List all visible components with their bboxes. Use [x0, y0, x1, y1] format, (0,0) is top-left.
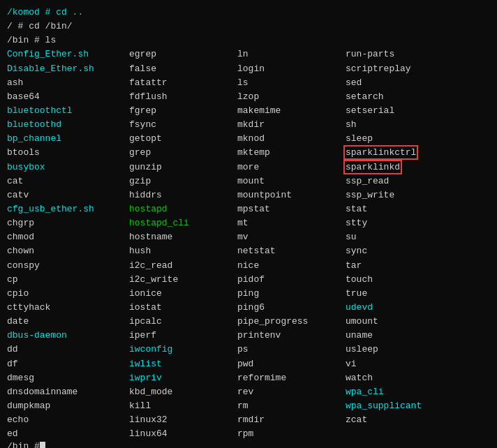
file-entry: busybox — [7, 160, 129, 174]
file-row: dfiwlistpwdvi — [7, 357, 490, 371]
file-row: Config_Ether.shegreplnrun-parts — [7, 47, 490, 61]
file-row: cpioionicepingtrue — [7, 287, 490, 301]
file-entry: printenv — [237, 329, 346, 343]
file-entry: sleep — [346, 132, 464, 146]
file-entry: netstat — [237, 244, 346, 258]
file-entry: mountpoint — [237, 188, 346, 202]
file-entry: mktemp — [237, 146, 346, 160]
file-entry: hostapd_cli — [129, 216, 237, 230]
file-entry: mkdir — [237, 118, 346, 132]
file-entry: touch — [346, 273, 464, 287]
file-entry: chmod — [7, 230, 129, 244]
file-entry: cp — [7, 273, 129, 287]
file-row: echolinux32rmdirzcat — [7, 413, 490, 427]
file-entry: echo — [7, 413, 129, 427]
file-entry: rpm — [237, 427, 346, 441]
file-row: cttyhackiostatping6udevd — [7, 301, 490, 315]
file-entry: grep — [129, 146, 237, 160]
prompt-line-2: / # cd /bin/ — [7, 20, 490, 33]
file-entry: tar — [346, 259, 464, 273]
file-entry: lzop — [237, 90, 346, 104]
file-row: dateipcalcpipe_progressumount — [7, 315, 490, 329]
file-row: Disable_Ether.shfalseloginscriptreplay — [7, 62, 490, 76]
file-entry: mv — [237, 230, 346, 244]
file-entry: Disable_Ether.sh — [7, 62, 129, 76]
file-entry: hostapd — [129, 202, 237, 216]
file-entry: rmdir — [237, 413, 346, 427]
file-entry: more — [237, 160, 346, 174]
file-entry: cat — [7, 174, 129, 188]
file-row: dnsdomainnamekbd_moderevwpa_cli — [7, 385, 490, 399]
file-entry: ipcalc — [129, 315, 237, 329]
terminal: /komod # cd .. / # cd /bin/ /bin # ls Co… — [7, 6, 490, 448]
file-entry: setarch — [346, 90, 464, 104]
file-row: bluetoothctlfgrepmakemimesetserial — [7, 104, 490, 118]
file-entry: mknod — [237, 132, 346, 146]
file-entry: hostname — [129, 230, 237, 244]
file-entry: ps — [237, 343, 346, 357]
file-entry: hiddrs — [129, 188, 237, 202]
file-entry: umount — [346, 315, 464, 329]
file-entry: mt — [237, 216, 346, 230]
file-entry: dumpkmap — [7, 399, 129, 413]
file-listing: Config_Ether.shegreplnrun-partsDisable_E… — [7, 47, 490, 441]
file-entry: pwd — [237, 357, 346, 371]
file-row: ashfatattrlssed — [7, 76, 490, 90]
file-entry: sed — [346, 76, 464, 90]
file-entry: login — [237, 62, 346, 76]
file-row: busyboxgunzipmoresparklinkd — [7, 160, 490, 174]
file-entry: pipe_progress — [237, 315, 346, 329]
file-entry: ed — [7, 427, 129, 441]
file-row: dumpkmapkillrmwpa_supplicant — [7, 399, 490, 413]
file-entry: scriptreplay — [346, 62, 464, 76]
file-entry: Config_Ether.sh — [7, 47, 129, 61]
file-row: btoolsgrepmktempsparklinkctrl — [7, 146, 490, 160]
file-entry: linux32 — [129, 413, 237, 427]
file-entry: mount — [237, 174, 346, 188]
cursor — [40, 442, 45, 448]
file-entry: stat — [346, 202, 464, 216]
file-row: edlinux64rpm — [7, 427, 490, 441]
file-entry: dnsdomainname — [7, 385, 129, 399]
file-row: dmesgiwprivreformimewatch — [7, 371, 490, 385]
file-entry: iostat — [129, 301, 237, 315]
file-entry: ln — [237, 47, 346, 61]
file-entry: usleep — [346, 343, 464, 357]
file-entry: rev — [237, 385, 346, 399]
file-entry: vi — [346, 357, 464, 371]
prompt-line-1: /komod # cd .. — [7, 6, 490, 20]
prompt-line-3: /bin # ls — [7, 33, 490, 47]
file-entry: ssp_read — [346, 174, 464, 188]
file-entry: true — [346, 287, 464, 301]
file-entry: ash — [7, 76, 129, 90]
file-row: bluetoothdfsyncmkdirsh — [7, 118, 490, 132]
file-entry: chgrp — [7, 216, 129, 230]
file-entry: fdflush — [129, 90, 237, 104]
file-row: cfg_usb_ether.shhostapdmpstatstat — [7, 202, 490, 216]
file-row: ddiwconfigpsusleep — [7, 343, 490, 357]
file-entry: ls — [237, 76, 346, 90]
file-entry: getopt — [129, 132, 237, 146]
file-row: catvhiddrsmountpointssp_write — [7, 188, 490, 202]
file-row: cpi2c_writepidoftouch — [7, 273, 490, 287]
file-entry: kill — [129, 399, 237, 413]
file-entry: cfg_usb_ether.sh — [7, 202, 129, 216]
file-row: base64fdflushlzopsetarch — [7, 90, 490, 104]
file-entry: conspy — [7, 259, 129, 273]
final-prompt-line: /bin # — [7, 441, 490, 448]
file-entry: iwconfig — [129, 343, 237, 357]
file-entry: cpio — [7, 287, 129, 301]
file-entry: zcat — [346, 413, 464, 427]
file-entry: fgrep — [129, 104, 237, 118]
file-entry: gzip — [129, 174, 237, 188]
file-entry: df — [7, 357, 129, 371]
file-row: conspyi2c_readnicetar — [7, 259, 490, 273]
file-entry: stty — [346, 216, 464, 230]
file-entry: wpa_supplicant — [346, 399, 464, 413]
file-entry: bp_channel — [7, 132, 129, 146]
file-entry — [346, 427, 464, 441]
file-entry: nice — [237, 259, 346, 273]
file-entry: iwpriv — [129, 371, 237, 385]
file-entry: cttyhack — [7, 301, 129, 315]
file-entry: sync — [346, 244, 464, 258]
